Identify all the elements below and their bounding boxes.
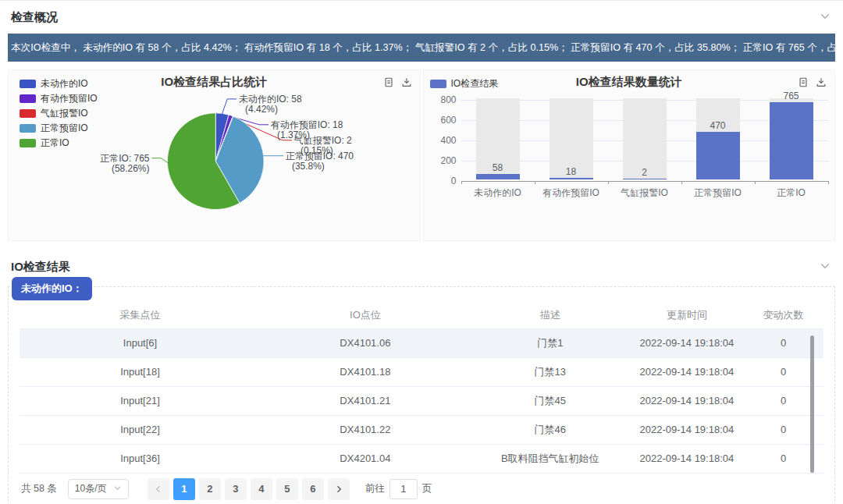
y-axis-tick: 400: [425, 135, 457, 146]
bar-value-label: 765: [760, 91, 823, 101]
bar-value-label: 2: [614, 167, 676, 178]
table-cell: 门禁45: [470, 386, 631, 415]
x-axis-category: 正常IO: [755, 186, 828, 200]
x-axis-category: 有动作预留IO: [535, 186, 608, 200]
prev-page-button[interactable]: [148, 478, 169, 500]
pie-label: 气缸报警IO: 2: [293, 135, 352, 146]
pie-label: (4.42%): [245, 104, 278, 115]
legend-item[interactable]: 未动作的IO: [20, 76, 98, 91]
page-button-4[interactable]: 4: [251, 478, 272, 500]
bar[interactable]: [770, 102, 813, 180]
bar[interactable]: [550, 178, 593, 179]
bar-value-label: 470: [687, 120, 749, 131]
goto-page: 前往 页: [365, 479, 432, 499]
legend-item[interactable]: 气缸报警IO: [20, 106, 98, 121]
top-divider: [0, 0, 843, 1]
legend-item[interactable]: IO检查结果: [430, 76, 499, 91]
table-cell: Input[6]: [20, 328, 261, 357]
y-axis-tick: 800: [425, 94, 457, 105]
legend-swatch: [20, 80, 36, 88]
x-axis-tick: [535, 181, 535, 184]
legend-label: 气缸报警IO: [41, 107, 88, 120]
results-collapse-button[interactable]: [818, 259, 832, 275]
page-size-select[interactable]: 10条/页: [68, 479, 129, 499]
chevron-down-icon: [820, 261, 831, 274]
x-axis-tick: [461, 181, 462, 184]
download-icon[interactable]: [816, 76, 827, 88]
legend-label: 正常IO: [41, 137, 69, 150]
legend-swatch: [20, 109, 36, 118]
bar-value-label: 58: [467, 162, 529, 173]
legend-label: 正常预留IO: [41, 122, 88, 135]
bar[interactable]: [476, 174, 520, 180]
y-axis-tick: 0: [425, 176, 457, 186]
charts-row: 未动作的IO有动作预留IO气缸报警IO正常预留IO正常IO IO检查结果占比统计…: [8, 69, 835, 241]
y-axis-tick: 600: [425, 115, 457, 126]
table-cell: 2022-09-14 19:18:04: [631, 444, 743, 473]
bar[interactable]: [623, 179, 667, 179]
page-button-1[interactable]: 1: [173, 478, 195, 500]
pie-legend: 未动作的IO有动作预留IO气缸报警IO正常预留IO正常IO: [20, 76, 98, 151]
chevron-down-icon: [113, 484, 122, 495]
bar[interactable]: [696, 132, 740, 179]
table-scrollbar[interactable]: [810, 335, 814, 473]
table-cell: DX4101.18: [261, 357, 470, 386]
table-cell: Input[22]: [20, 415, 261, 444]
overview-title: 检查概况: [11, 10, 58, 25]
goto-page-input[interactable]: [389, 479, 418, 499]
table-row: Input[22]DX4101.22门禁462022-09-14 19:18:0…: [20, 415, 823, 444]
table-row: Input[36]DX4201.04B取料阻挡气缸初始位2022-09-14 1…: [20, 444, 823, 473]
page-button-3[interactable]: 3: [225, 478, 247, 500]
next-page-button[interactable]: [328, 478, 350, 500]
table-cell: 门禁1: [470, 328, 631, 357]
download-icon[interactable]: [401, 76, 412, 88]
total-count: 共 58 条: [21, 482, 57, 495]
x-axis-tick: [828, 181, 829, 184]
y-axis-tick: 200: [425, 155, 457, 166]
legend-swatch: [20, 94, 36, 103]
legend-label: 未动作的IO: [41, 77, 88, 91]
view-data-icon[interactable]: [798, 76, 809, 88]
pie-label: 正常预留IO: 470: [286, 151, 354, 161]
column-header: 描述: [470, 303, 631, 328]
unmoved-io-tag[interactable]: 未动作的IO：: [12, 277, 92, 300]
table-row: Input[18]DX4101.18门禁132022-09-14 19:18:0…: [20, 357, 823, 386]
pie-label: (58.26%): [112, 163, 150, 174]
legend-item[interactable]: 正常IO: [20, 136, 98, 151]
page-button-6[interactable]: 6: [302, 478, 324, 500]
table-cell: B取料阻挡气缸初始位: [470, 444, 631, 473]
overview-section-header: 检查概况: [8, 4, 835, 30]
table-cell: 2022-09-14 19:18:04: [631, 415, 743, 444]
pager: 123456: [148, 478, 350, 500]
table-cell: Input[36]: [20, 444, 261, 473]
table-cell: 门禁46: [470, 415, 631, 444]
overview-collapse-button[interactable]: [818, 9, 832, 26]
table-cell: Input[21]: [20, 386, 261, 415]
column-header: 采集点位: [20, 303, 261, 328]
table-cell: 2022-09-14 19:18:04: [631, 357, 743, 386]
bar-chart-tools: [798, 76, 827, 88]
legend-item[interactable]: 正常预留IO: [20, 121, 98, 136]
page-button-2[interactable]: 2: [199, 478, 221, 500]
pie-chart-panel: 未动作的IO有动作预留IO气缸报警IO正常预留IO正常IO IO检查结果占比统计…: [8, 69, 421, 241]
pie-chart-tools: [383, 76, 412, 88]
pie-label: 未动作的IO: 58: [239, 94, 302, 105]
column-header: IO点位: [261, 303, 470, 328]
table-cell: Input[18]: [20, 357, 261, 386]
table-cell: DX4101.22: [261, 415, 470, 444]
view-data-icon[interactable]: [383, 76, 394, 88]
legend-swatch: [430, 80, 446, 88]
x-axis-tick: [681, 181, 682, 184]
table-header-row: 采集点位IO点位描述更新时间变动次数: [20, 303, 823, 328]
bar-value-label: 18: [540, 166, 603, 177]
legend-label: 有动作预留IO: [41, 92, 98, 105]
column-header: 变动次数: [743, 303, 823, 328]
page-button-5[interactable]: 5: [276, 478, 298, 500]
table-row: Input[21]DX4101.21门禁452022-09-14 19:18:0…: [20, 386, 823, 415]
x-axis-tick: [608, 181, 609, 184]
legend-item[interactable]: 有动作预留IO: [20, 91, 98, 106]
results-table: 采集点位IO点位描述更新时间变动次数 Input[6]DX4101.06门禁12…: [20, 303, 823, 474]
x-axis-category: 气缸报警IO: [608, 186, 681, 200]
x-axis-line: [461, 181, 828, 182]
results-box: 未动作的IO： 采集点位IO点位描述更新时间变动次数 Input[6]DX410…: [8, 286, 835, 504]
